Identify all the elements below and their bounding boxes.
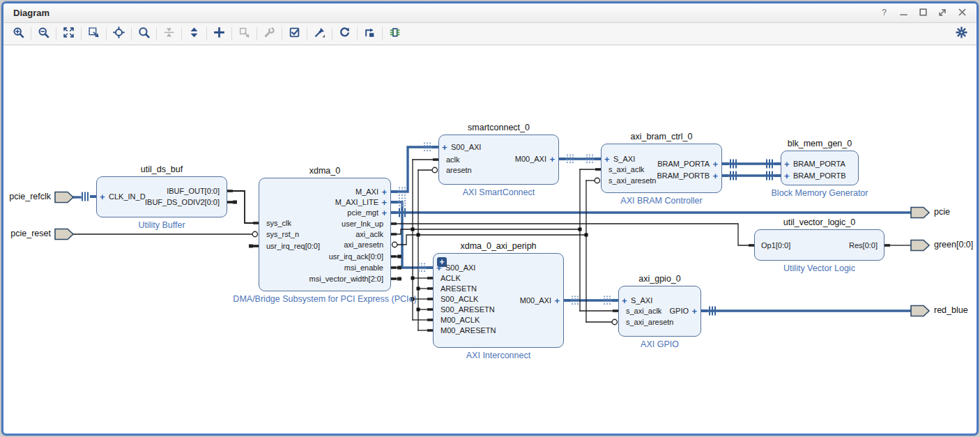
external-port-green[0:0][interactable]: green[0:0] [934, 240, 973, 250]
active-low-bubble [612, 319, 617, 324]
port-label-usr_irq_ack[0:0][interactable]: usr_irq_ack[0:0] [329, 252, 383, 261]
port-label-sys_clk[interactable]: sys_clk [266, 219, 291, 228]
port-label-GPIO[interactable]: GPIO [669, 307, 689, 316]
minimize-button[interactable] [899, 8, 908, 17]
help-icon: ? [880, 7, 889, 20]
toolbar-button-zoom-selection[interactable] [84, 26, 103, 43]
help-button[interactable]: ? [880, 8, 889, 17]
block-type-label: DMA/Bridge Subsystem for PCI Express (PC… [193, 294, 457, 304]
port-label-IBUF_DS_ODIV2[0:0][interactable]: IBUF_DS_ODIV2[0:0] [145, 198, 220, 207]
port-label-aresetn[interactable]: aresetn [446, 166, 472, 175]
port-label-S00_AXI[interactable]: S00_AXI [445, 263, 475, 273]
block-xdma_0[interactable]: xdma_0DMA/Bridge Subsystem for PCI Expre… [259, 178, 391, 291]
port-tick [391, 277, 397, 280]
port-tick [427, 329, 433, 332]
minimize-icon [899, 7, 908, 20]
toolbar-button-reroute[interactable] [360, 26, 379, 43]
toolbar-button-regenerate-layout[interactable] [335, 26, 354, 43]
port-label-msi_vector_width[2:0][interactable]: msi_vector_width[2:0] [309, 275, 383, 284]
port-label-axi_aresetn[interactable]: axi_aresetn [344, 240, 383, 250]
toolbar-button-zoom-in[interactable] [9, 26, 28, 43]
port-tick [227, 201, 233, 204]
external-port-connector-icon[interactable] [55, 229, 73, 240]
block-blk_mem_gen_0[interactable]: blk_mem_gen_0Block Memory GeneratorBRAM_… [781, 151, 859, 185]
maximize-button[interactable] [919, 8, 928, 17]
port-label-usr_irq_req[0:0][interactable]: usr_irq_req[0:0] [266, 242, 320, 251]
settings-gear-icon [956, 26, 967, 41]
port-label-S00_ACLK[interactable]: S00_ACLK [441, 295, 478, 304]
external-port-connector-icon[interactable] [911, 240, 929, 251]
external-port-pcie_reset[interactable]: pcie_reset [10, 229, 51, 239]
external-port-connector-icon[interactable] [55, 192, 73, 203]
port-label-M_AXI_LITE[interactable]: M_AXI_LITE [335, 198, 378, 207]
port-label-ACLK[interactable]: ACLK [441, 274, 461, 283]
port-label-s_axi_aclk[interactable]: s_axi_aclk [608, 165, 644, 174]
block-axi_bram_ctrl_0[interactable]: axi_bram_ctrl_0AXI BRAM ControllerS_AXI+… [601, 144, 722, 193]
port-label-s_axi_aresetn[interactable]: s_axi_aresetn [608, 176, 657, 185]
port-label-pcie_mgt[interactable]: pcie_mgt [347, 208, 378, 217]
interface-pin-stub [427, 266, 433, 269]
port-label-CLK_IN_D[interactable]: CLK_IN_D [109, 192, 146, 201]
plus-icon: + [622, 296, 627, 305]
port-label-sys_rst_n[interactable]: sys_rst_n [266, 230, 299, 239]
port-label-M00_ARESETN[interactable]: M00_ARESETN [441, 326, 496, 335]
toolbar-button-validate-design[interactable] [285, 26, 304, 43]
toolbar-button-zoom-fit[interactable] [59, 26, 78, 43]
block-axi_gpio_0[interactable]: axi_gpio_0AXI GPIOS_AXI+s_axi_aclks_axi_… [618, 286, 701, 337]
active-low-bubble [595, 178, 599, 183]
external-port-connector-icon[interactable] [911, 306, 929, 316]
toolbar-button-add-ip[interactable] [210, 26, 229, 43]
block-util_ds_buf[interactable]: util_ds_bufUtility BufferCLK_IN_D+IBUF_O… [96, 176, 227, 217]
port-label-s_axi_aclk[interactable]: s_axi_aclk [626, 307, 661, 316]
port-label-s_axi_aresetn[interactable]: s_axi_aresetn [626, 318, 674, 327]
interface-pin-stub [391, 211, 397, 214]
port-label-BRAM_PORTB[interactable]: BRAM_PORTB [793, 171, 846, 181]
port-label-M00_AXI[interactable]: M00_AXI [515, 155, 546, 164]
port-label-Op1[0:0][interactable]: Op1[0:0] [761, 241, 790, 250]
diagram-canvas[interactable]: util_ds_bufUtility BufferCLK_IN_D+IBUF_O… [3, 45, 977, 430]
close-button[interactable] [958, 8, 967, 17]
port-label-S_AXI[interactable]: S_AXI [613, 155, 635, 164]
port-label-aclk[interactable]: aclk [446, 155, 460, 164]
port-label-S00_AXI[interactable]: S00_AXI [451, 143, 481, 152]
interface-pin-stub [701, 309, 707, 312]
port-label-ARESETN[interactable]: ARESETN [441, 284, 477, 293]
toolbar-separator [206, 27, 207, 40]
external-port-pcie_refclk[interactable]: pcie_refclk [9, 192, 51, 202]
toolbar-button-zoom-out[interactable] [34, 26, 53, 43]
block-title: blk_mem_gen_0 [733, 139, 907, 148]
port-label-S_AXI[interactable]: S_AXI [631, 296, 652, 305]
port-label-user_lnk_up[interactable]: user_lnk_up [342, 220, 383, 229]
port-label-M00_AXI[interactable]: M00_AXI [520, 296, 551, 305]
toolbar-button-pin[interactable] [310, 26, 329, 43]
port-label-M00_ACLK[interactable]: M00_ACLK [441, 316, 480, 325]
port-tick [749, 244, 754, 247]
block-util_vector_logic_0[interactable]: util_vector_logic_0Utility Vector LogicO… [754, 229, 885, 261]
settings-button[interactable] [952, 26, 971, 43]
toolbar-button-expand[interactable] [185, 26, 204, 43]
block-xdma_0_axi_periph[interactable]: xdma_0_axi_periphAXI Interconnect+S00_AX… [433, 253, 564, 348]
toolbar-button-search[interactable] [135, 26, 153, 43]
port-label-msi_enable[interactable]: msi_enable [344, 263, 383, 273]
external-port-red_blue[interactable]: red_blue [934, 305, 968, 316]
block-type-label: AXI GPIO [553, 339, 767, 349]
active-low-bubble [252, 231, 257, 236]
toolbar-button-copy [235, 26, 254, 43]
block-smartconnect_0[interactable]: smartconnect_0AXI SmartConnectS00_AXI+ac… [438, 135, 559, 185]
port-label-IBUF_OUT[0:0][interactable]: IBUF_OUT[0:0] [167, 187, 220, 196]
port-label-BRAM_PORTA[interactable]: BRAM_PORTA [657, 160, 710, 169]
toolbar-button-interface-ports[interactable] [385, 26, 404, 43]
toolbar-separator [282, 27, 282, 40]
junction-dot [417, 233, 420, 237]
wire[interactable] [233, 191, 253, 223]
port-label-Res[0:0][interactable]: Res[0:0] [849, 241, 878, 250]
port-label-BRAM_PORTB[interactable]: BRAM_PORTB [657, 171, 710, 181]
float-button[interactable] [938, 8, 947, 17]
junction-dot [417, 308, 420, 312]
port-label-axi_aclk[interactable]: axi_aclk [355, 230, 383, 239]
external-port-connector-icon[interactable] [911, 208, 929, 218]
toolbar-button-center-view[interactable] [109, 26, 128, 43]
external-port-pcie[interactable]: pcie [934, 207, 950, 217]
port-label-BRAM_PORTA[interactable]: BRAM_PORTA [793, 160, 845, 169]
port-label-S00_ARESETN[interactable]: S00_ARESETN [441, 305, 495, 314]
